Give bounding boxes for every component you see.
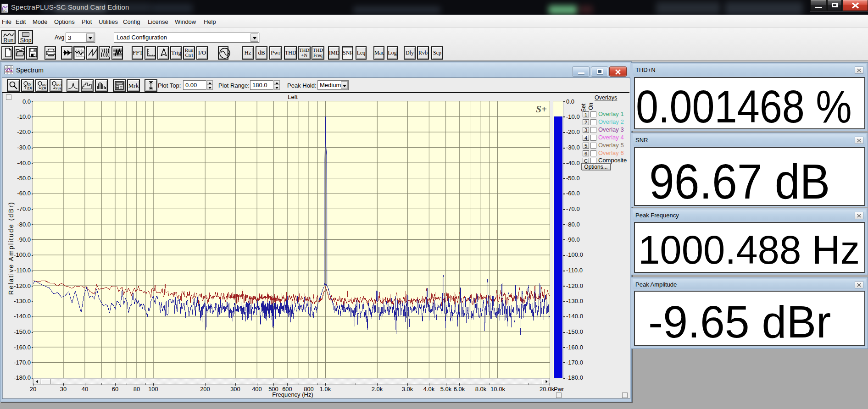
svg-text:2X: 2X (27, 86, 32, 90)
svg-text:2X: 2X (41, 86, 46, 90)
svg-text:SC: SC (2, 9, 7, 12)
svg-text:S+: S+ (536, 104, 547, 115)
svg-text:OUT: OUT (56, 83, 61, 87)
svg-text:FULL: FULL (56, 87, 61, 90)
